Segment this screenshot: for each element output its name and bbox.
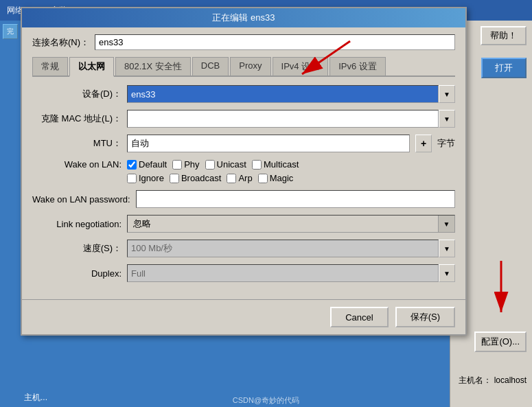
dialog-titlebar: 正在编辑 ens33 xyxy=(22,8,465,27)
wol-pass-row: Wake on LAN password: xyxy=(32,190,455,208)
tab-dot1x[interactable]: 802.1X 安全性 xyxy=(115,57,191,75)
wol-phy-item: Phy xyxy=(172,159,199,170)
duplex-row: Duplex: ▼ xyxy=(32,264,455,282)
wol-unicast-label: Unicast xyxy=(217,159,246,170)
wol-label: Wake on LAN: xyxy=(32,159,122,170)
tabs-bar: 常规 以太网 802.1X 安全性 DCB Proxy IPv4 设置 IPv6… xyxy=(32,57,455,77)
tab-ethernet[interactable]: 以太网 xyxy=(69,57,114,77)
wol-ignore-label: Ignore xyxy=(139,173,164,183)
wol-pass-control xyxy=(136,190,455,208)
mtu-input[interactable] xyxy=(127,135,410,152)
wol-magic-checkbox[interactable] xyxy=(258,174,268,183)
wol-phy-label: Phy xyxy=(184,159,199,170)
wol-arp-label: Arp xyxy=(238,173,252,183)
device-dropdown[interactable]: ▼ xyxy=(439,85,455,103)
hostname-label: 主机名： xyxy=(459,375,491,385)
config-button[interactable]: 配置(O)... xyxy=(474,332,527,352)
device-row: 设备(D)： ▼ xyxy=(32,85,455,103)
hostname-value: localhost xyxy=(494,375,527,385)
duplex-dropdown[interactable]: ▼ xyxy=(439,264,455,282)
wol-default-item: Default xyxy=(127,159,167,170)
wol-unicast-item: Unicast xyxy=(205,159,246,170)
speed-label: 速度(S)： xyxy=(32,242,122,255)
duplex-input[interactable] xyxy=(127,264,439,282)
wol-multicast-checkbox[interactable] xyxy=(252,160,262,170)
wol-multicast-label: Multicast xyxy=(264,159,299,170)
hostname-row: 主机名： localhost xyxy=(459,375,527,386)
watermark: CSDN@奇妙的代码 xyxy=(233,395,299,406)
tab-proxy[interactable]: Proxy xyxy=(230,57,270,75)
conn-name-row: 连接名称(N)： xyxy=(32,34,455,50)
save-button[interactable]: 保存(S) xyxy=(395,307,455,327)
mac-row: 克隆 MAC 地址(L)： ▼ xyxy=(32,110,455,128)
tab-ipv6[interactable]: IPv6 设置 xyxy=(329,57,386,75)
os-left-btn1[interactable]: 完 xyxy=(3,24,18,39)
cancel-button[interactable]: Cancel xyxy=(330,307,388,327)
os-left-panel: 完 xyxy=(0,21,21,407)
wol-broadcast-label: Broadcast xyxy=(181,173,222,183)
wol-default-checkbox[interactable] xyxy=(127,160,137,170)
open-button[interactable]: 打开 xyxy=(481,58,527,78)
tab-dcb[interactable]: DCB xyxy=(192,57,229,75)
wol-unicast-checkbox[interactable] xyxy=(205,160,215,170)
link-neg-row: Link negotiation: 忽略 ▼ xyxy=(32,215,455,233)
wol-ignore-checkbox[interactable] xyxy=(127,174,137,183)
wol-multicast-item: Multicast xyxy=(252,159,299,170)
wol-magic-label: Magic xyxy=(270,173,294,183)
mac-dropdown[interactable]: ▼ xyxy=(439,110,455,128)
link-neg-value: 忽略 xyxy=(128,216,438,232)
device-label: 设备(D)： xyxy=(32,88,122,100)
wol-phy-checkbox[interactable] xyxy=(172,160,182,170)
wol-checkboxes-row1: Default Phy Unicast Multicast xyxy=(127,159,455,170)
speed-input[interactable] xyxy=(127,240,439,257)
conn-name-label: 连接名称(N)： xyxy=(32,36,89,49)
mtu-unit: 字节 xyxy=(437,137,455,150)
wol-arp-item: Arp xyxy=(227,173,252,183)
edit-dialog: 正在编辑 ens33 连接名称(N)： 常规 以太网 802.1X 安全性 DC… xyxy=(21,7,467,336)
wol-broadcast-checkbox[interactable] xyxy=(170,174,179,183)
wol-arp-checkbox[interactable] xyxy=(227,174,236,183)
duplex-label: Duplex: xyxy=(32,268,122,279)
link-neg-dropdown[interactable]: ▼ xyxy=(438,216,454,232)
link-neg-control: 忽略 ▼ xyxy=(127,215,455,233)
wol-broadcast-item: Broadcast xyxy=(170,173,222,183)
wol-row: Wake on LAN: Default Phy Unicast xyxy=(32,159,455,183)
wol-pass-label: Wake on LAN password: xyxy=(32,194,130,205)
mtu-row: MTU： + 字节 xyxy=(32,135,455,152)
dialog-title: 正在编辑 ens33 xyxy=(212,12,275,24)
wol-checkboxes-row2: Ignore Broadcast Arp Magic xyxy=(127,173,455,183)
mtu-label: MTU： xyxy=(32,137,122,150)
wol-ignore-item: Ignore xyxy=(127,173,164,183)
wol-pass-input[interactable] xyxy=(136,190,455,208)
wol-default-label: Default xyxy=(139,159,167,170)
tab-general[interactable]: 常规 xyxy=(32,57,68,75)
wol-checkboxes-container: Default Phy Unicast Multicast xyxy=(127,159,455,183)
device-input[interactable] xyxy=(127,85,439,103)
mac-label: 克隆 MAC 地址(L)： xyxy=(32,113,122,125)
speed-control: ▼ xyxy=(127,240,455,257)
os-bottom-text: 主机... xyxy=(24,392,47,404)
speed-row: 速度(S)： ▼ xyxy=(32,240,455,257)
mac-input[interactable] xyxy=(127,110,439,128)
wol-magic-item: Magic xyxy=(258,173,294,183)
speed-dropdown[interactable]: ▼ xyxy=(439,240,455,257)
tab-ipv4[interactable]: IPv4 设置 xyxy=(273,57,329,75)
duplex-control: ▼ xyxy=(127,264,455,282)
dialog-body: 连接名称(N)： 常规 以太网 802.1X 安全性 DCB Proxy IPv… xyxy=(22,27,465,296)
device-control: ▼ xyxy=(127,85,455,103)
link-neg-label: Link negotiation: xyxy=(32,219,122,229)
mtu-plus-button[interactable]: + xyxy=(415,135,432,152)
mac-control: ▼ xyxy=(127,110,455,128)
conn-name-input[interactable] xyxy=(95,34,455,50)
dialog-buttons: Cancel 保存(S) xyxy=(22,299,465,334)
help-button[interactable]: 帮助！ xyxy=(481,26,527,45)
